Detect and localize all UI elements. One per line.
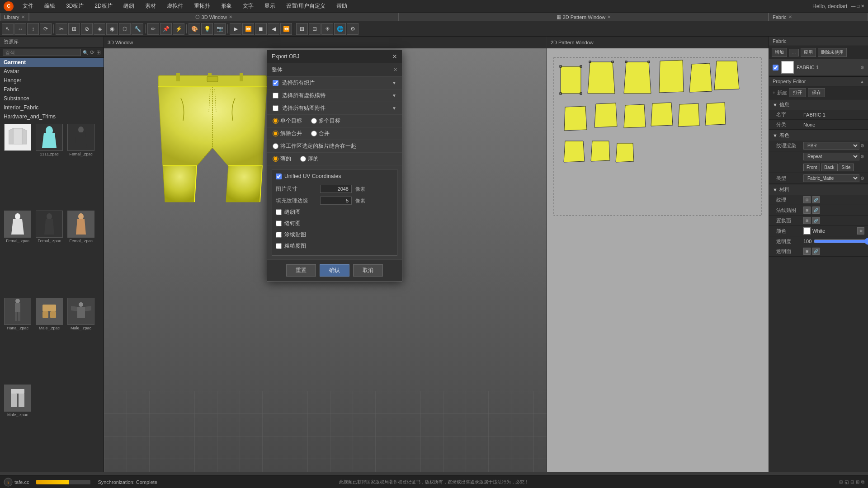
menu-edit[interactable]: 编辑 — [42, 2, 57, 10]
tab-fabric[interactable]: Fabric ✕ — [769, 13, 868, 21]
statusbar-icon3[interactable]: ⊟ — [850, 479, 854, 485]
menu-shape[interactable]: 形象 — [219, 2, 234, 10]
tool-btn25[interactable]: ☀ — [321, 23, 333, 35]
menu-sewing[interactable]: 缝纫 — [122, 2, 136, 10]
statusbar-icon5[interactable]: ⧉ — [861, 479, 864, 485]
modal-multi-target-radio[interactable] — [311, 118, 317, 124]
modal-roughness-check[interactable] — [276, 243, 282, 249]
prop-face-front[interactable]: Front — [803, 164, 820, 171]
tool-btn6[interactable]: ⊞ — [68, 23, 80, 35]
tool-rotate[interactable]: ↕ — [27, 23, 39, 35]
tool-btn21[interactable]: ◀ — [268, 23, 279, 35]
modal-paint-check[interactable] — [276, 232, 282, 238]
modal-workspace-merge-radio[interactable] — [273, 143, 278, 149]
modal-sewing-check[interactable] — [276, 209, 282, 215]
modal-close-btn[interactable]: ✕ — [392, 53, 397, 60]
tool-btn10[interactable]: ⬡ — [119, 23, 131, 35]
modal-single-target-radio[interactable] — [273, 118, 278, 124]
tool-btn16[interactable]: 💡 — [201, 23, 213, 35]
tab-3d-close[interactable]: ✕ — [229, 14, 232, 19]
tab-2d-window[interactable]: ▦ 2D Pattern Window ✕ — [399, 13, 769, 21]
tab-library[interactable]: Library ✕ — [0, 13, 29, 21]
thumb-full-body[interactable]: Hana_.zpac — [3, 298, 33, 383]
statusbar-icon4[interactable]: ⊞ — [856, 479, 859, 485]
tool-btn22[interactable]: ⏪ — [280, 23, 292, 35]
menu-text[interactable]: 文字 — [241, 2, 255, 10]
modal-all-fabrics-check[interactable] — [273, 80, 278, 86]
category-garment[interactable]: Garment — [0, 58, 104, 67]
tool-btn8[interactable]: ◈ — [94, 23, 105, 35]
fabric-check[interactable] — [773, 65, 778, 70]
modal-image-size-input[interactable] — [320, 185, 352, 193]
menu-file[interactable]: 文件 — [21, 2, 35, 10]
modal-all-attachments-check[interactable] — [273, 105, 278, 111]
prop-texture-link-icon[interactable]: 🔗 — [812, 196, 820, 203]
category-substance[interactable]: Substance — [0, 94, 104, 103]
category-hanger[interactable]: Hanger — [0, 76, 104, 85]
fabric-delete-unused-btn[interactable]: 删除未使用 — [818, 48, 847, 57]
category-avatar[interactable]: Avatar — [0, 67, 104, 76]
tab-2d-close[interactable]: ✕ — [607, 14, 611, 19]
modal-row3-expand[interactable]: ▼ — [392, 106, 396, 111]
tab-fabric-close[interactable]: ✕ — [788, 14, 792, 19]
tool-btn24[interactable]: ⊟ — [309, 23, 321, 35]
refresh-icon[interactable]: ⟳ — [90, 49, 94, 56]
prop-type-select[interactable]: Fabric_Matte — [803, 174, 859, 182]
2d-canvas[interactable] — [547, 48, 769, 472]
thumb-cyan-dress[interactable]: 1111.zpac — [34, 124, 64, 209]
prop-displacement-link-icon[interactable]: 🔗 — [812, 217, 820, 224]
prop-opacity-slider[interactable] — [813, 238, 868, 245]
thumb-black-dress[interactable]: Femal_.zpac — [66, 124, 96, 209]
prop-texture-expand[interactable]: ⚙ — [860, 143, 864, 148]
modal-unmerge-radio[interactable] — [273, 131, 278, 136]
tab-3d-window[interactable]: ⬡ 3D Window ✕ — [29, 13, 399, 21]
tool-btn23[interactable]: ⊞ — [296, 23, 308, 35]
thumb-white-shirt[interactable] — [3, 124, 33, 209]
modal-reset-btn[interactable]: 重置 — [286, 264, 316, 277]
menu-3d-panel[interactable]: 3D板片 — [64, 2, 85, 10]
modal-merge-radio[interactable] — [311, 131, 317, 136]
modal-all-avatars-check[interactable] — [273, 93, 278, 99]
thumb-tan-dress[interactable]: Femal_.zpac — [66, 211, 96, 296]
modal-row2-expand[interactable]: ▼ — [392, 93, 396, 98]
thumb-dark-dress[interactable]: Femal_.zpac — [34, 211, 64, 296]
prop-repeat-expand[interactable]: ⚙ — [860, 154, 864, 159]
thumb-tshirt[interactable]: Male_.zpac — [66, 298, 96, 383]
menu-avatar[interactable]: 虚拟件 — [165, 2, 185, 10]
tool-select[interactable]: ↖ — [2, 23, 14, 35]
tab-library-close[interactable]: ✕ — [21, 14, 25, 19]
library-search[interactable] — [3, 49, 81, 56]
tool-btn20[interactable]: ⏹ — [255, 23, 267, 35]
statusbar-icon1[interactable]: ⊞ — [839, 479, 843, 485]
thumb-shorts[interactable]: Male_.zpac — [34, 298, 64, 383]
prop-repeat-select[interactable]: Repeat — [803, 153, 859, 160]
tool-btn5[interactable]: ✂ — [56, 23, 67, 35]
tool-btn19[interactable]: ⏩ — [242, 23, 254, 35]
prop-texture-render-select[interactable]: PBR — [803, 142, 859, 150]
menu-material[interactable]: 素材 — [143, 2, 158, 10]
tool-btn13[interactable]: 📌 — [160, 23, 172, 35]
tool-btn9[interactable]: ◉ — [106, 23, 118, 35]
prop-section-material-header[interactable]: ▼ 材料 — [769, 184, 868, 195]
tool-btn14[interactable]: ⚡ — [173, 23, 184, 35]
modal-padding-input[interactable] — [320, 197, 352, 205]
fabric-add-btn[interactable]: 增加 — [772, 48, 787, 57]
pe-new-icon[interactable]: + — [773, 90, 775, 95]
prop-face-side[interactable]: Side — [839, 164, 854, 171]
fabric-btn2[interactable]: ... — [789, 49, 799, 56]
category-interior-fabric[interactable]: Interior_Fabric — [0, 103, 104, 112]
tool-btn11[interactable]: 🔧 — [132, 23, 143, 35]
menu-settings[interactable]: 设置/用户自定义 — [284, 2, 327, 10]
pe-expand-icon[interactable]: ▲ — [860, 79, 864, 84]
pe-open-btn[interactable]: 打开 — [789, 88, 806, 97]
statusbar-icon2[interactable]: ◱ — [844, 479, 849, 485]
tool-btn17[interactable]: 📷 — [214, 23, 226, 35]
fabric-settings-icon[interactable]: ⚙ — [860, 65, 864, 70]
modal-thick-radio[interactable] — [300, 156, 306, 162]
grid-view-icon[interactable]: ⊞ — [96, 49, 101, 56]
prop-face-back[interactable]: Back — [821, 164, 837, 171]
menu-2d-panel[interactable]: 2D板片 — [93, 2, 114, 10]
prop-type-expand[interactable]: ⚙ — [860, 176, 864, 181]
tool-btn18[interactable]: ▶ — [230, 23, 241, 35]
tool-btn26[interactable]: 🌐 — [334, 23, 346, 35]
